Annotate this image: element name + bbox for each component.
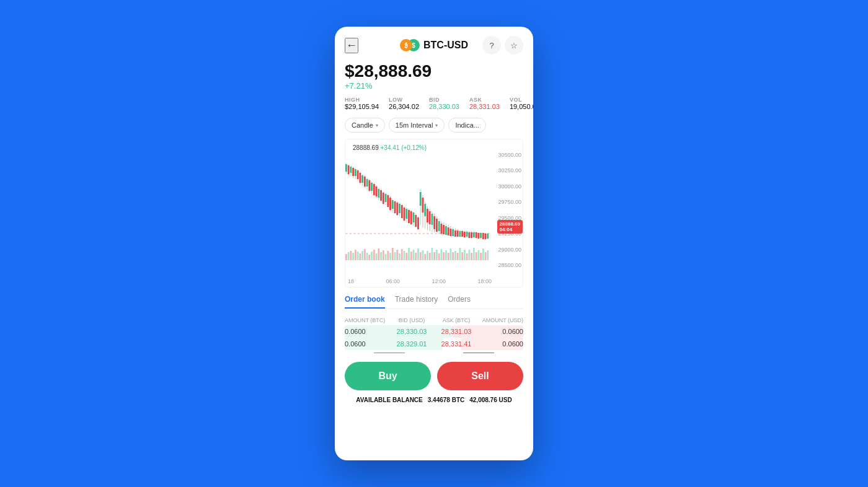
watchlist-button[interactable]: ☆ bbox=[505, 36, 523, 55]
svg-rect-112 bbox=[401, 205, 403, 218]
svg-rect-43 bbox=[445, 250, 447, 260]
candle-label: Candle bbox=[352, 121, 373, 129]
stat-low: LOW 26,304.02 bbox=[389, 97, 419, 110]
buy-button[interactable]: Buy bbox=[345, 362, 431, 390]
svg-rect-14 bbox=[378, 248, 379, 260]
svg-rect-31 bbox=[417, 248, 419, 260]
balance-btc: 3.44678 BTC bbox=[428, 397, 464, 403]
svg-rect-176 bbox=[476, 232, 477, 238]
svg-rect-93 bbox=[380, 190, 382, 201]
order-table-header: AMOUNT (BTC) BID (USD) ASK (BTC) AMOUNT … bbox=[345, 315, 523, 325]
svg-rect-10 bbox=[368, 255, 370, 260]
chart-svg-container bbox=[345, 152, 490, 270]
current-price: $28,888.69 bbox=[345, 61, 523, 81]
svg-rect-156 bbox=[452, 229, 454, 236]
svg-rect-21 bbox=[394, 252, 396, 260]
svg-rect-12 bbox=[373, 250, 375, 260]
header: ← ₿ $ BTC-USD ? ☆ bbox=[345, 39, 523, 51]
svg-rect-67 bbox=[350, 167, 352, 173]
svg-rect-4 bbox=[355, 250, 356, 260]
back-button[interactable]: ← bbox=[345, 38, 358, 53]
svg-rect-91 bbox=[378, 189, 379, 198]
svg-rect-65 bbox=[348, 165, 350, 174]
indicators-label: Indica... bbox=[455, 121, 479, 129]
svg-rect-150 bbox=[445, 226, 447, 235]
svg-rect-162 bbox=[459, 231, 461, 237]
svg-rect-42 bbox=[443, 252, 445, 260]
svg-rect-23 bbox=[399, 253, 401, 260]
candle-chevron: ▾ bbox=[376, 123, 378, 128]
tab-trade-history[interactable]: Trade history bbox=[395, 295, 438, 309]
svg-rect-170 bbox=[468, 232, 470, 238]
svg-rect-30 bbox=[415, 253, 417, 260]
bid-underline bbox=[374, 353, 405, 353]
svg-rect-79 bbox=[364, 177, 366, 186]
svg-rect-142 bbox=[436, 219, 438, 232]
svg-rect-186 bbox=[487, 234, 489, 239]
svg-rect-5 bbox=[357, 252, 359, 260]
stat-bid: BID 28,330.03 bbox=[429, 97, 459, 110]
svg-rect-40 bbox=[438, 253, 440, 260]
price-section: $28,888.69 +7.21% HIGH $29,105.94 LOW 26… bbox=[345, 61, 523, 110]
svg-rect-16 bbox=[383, 250, 384, 260]
svg-rect-17 bbox=[385, 254, 387, 260]
svg-rect-128 bbox=[420, 192, 422, 206]
svg-rect-48 bbox=[457, 253, 459, 260]
svg-rect-140 bbox=[433, 216, 435, 229]
svg-rect-174 bbox=[473, 232, 475, 237]
svg-rect-13 bbox=[376, 253, 378, 260]
svg-rect-29 bbox=[413, 250, 415, 260]
svg-rect-55 bbox=[473, 248, 475, 260]
order-table: AMOUNT (BTC) BID (USD) ASK (BTC) AMOUNT … bbox=[345, 315, 523, 353]
svg-rect-182 bbox=[482, 233, 484, 239]
svg-rect-154 bbox=[450, 229, 451, 236]
indicators-selector[interactable]: Indica... bbox=[448, 118, 486, 133]
tooltip-change: +34.41 (+0.12%) bbox=[381, 144, 427, 151]
svg-rect-87 bbox=[373, 184, 375, 195]
svg-rect-27 bbox=[408, 248, 410, 260]
svg-rect-3 bbox=[352, 253, 354, 260]
svg-rect-56 bbox=[476, 252, 477, 260]
svg-rect-71 bbox=[355, 169, 356, 176]
candle-selector[interactable]: Candle ▾ bbox=[345, 118, 385, 133]
svg-rect-97 bbox=[385, 194, 387, 202]
help-button[interactable]: ? bbox=[482, 36, 501, 55]
btc-icon: ₿ bbox=[400, 39, 412, 51]
svg-rect-77 bbox=[361, 175, 363, 183]
svg-rect-47 bbox=[454, 251, 456, 260]
svg-rect-118 bbox=[408, 210, 410, 223]
svg-rect-158 bbox=[454, 230, 456, 237]
pair-label: BTC-USD bbox=[423, 40, 468, 51]
svg-rect-20 bbox=[392, 248, 394, 260]
svg-rect-1 bbox=[348, 252, 350, 260]
svg-rect-26 bbox=[405, 253, 407, 260]
phone-card: ← ₿ $ BTC-USD ? ☆ $28,888.69 +7.21% HIGH… bbox=[335, 27, 533, 460]
balance-row: AVAILABLE BALANCE 3.44678 BTC 42,008.76 … bbox=[345, 397, 523, 403]
svg-rect-172 bbox=[471, 232, 472, 238]
stat-high: HIGH $29,105.94 bbox=[345, 97, 379, 110]
svg-rect-46 bbox=[452, 252, 454, 260]
svg-rect-89 bbox=[376, 186, 378, 196]
svg-rect-138 bbox=[432, 214, 433, 225]
tab-order-book[interactable]: Order book bbox=[345, 295, 385, 309]
sell-button[interactable]: Sell bbox=[437, 362, 523, 390]
interval-selector[interactable]: 15m Interval ▾ bbox=[389, 118, 445, 133]
svg-rect-144 bbox=[438, 221, 440, 231]
stat-vol: VOL 19,050.00 bbox=[510, 97, 533, 110]
ask-underline bbox=[463, 353, 494, 353]
svg-rect-60 bbox=[485, 252, 487, 260]
svg-rect-0 bbox=[345, 254, 347, 260]
svg-rect-53 bbox=[468, 250, 470, 260]
svg-rect-164 bbox=[461, 231, 463, 237]
tab-orders[interactable]: Orders bbox=[448, 295, 471, 309]
svg-rect-116 bbox=[405, 209, 407, 219]
svg-rect-51 bbox=[464, 250, 466, 260]
bid-background-2 bbox=[345, 338, 443, 350]
svg-rect-103 bbox=[392, 200, 394, 209]
svg-rect-152 bbox=[448, 227, 450, 235]
interval-label: 15m Interval bbox=[396, 121, 433, 129]
interval-chevron: ▾ bbox=[435, 123, 438, 128]
svg-rect-81 bbox=[366, 179, 368, 186]
header-actions: ? ☆ bbox=[482, 36, 523, 55]
svg-rect-49 bbox=[459, 248, 461, 260]
